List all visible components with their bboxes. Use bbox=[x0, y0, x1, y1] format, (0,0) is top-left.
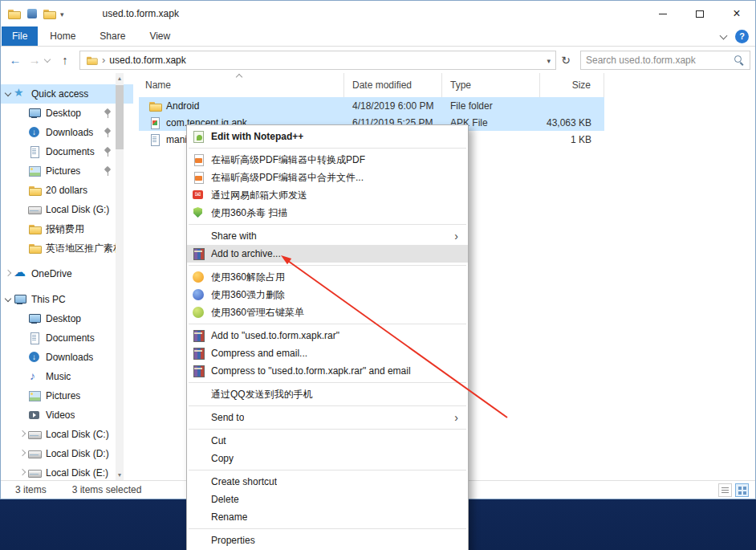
minimize-button[interactable] bbox=[644, 1, 681, 26]
menu-item-create-shortcut[interactable]: Create shortcut bbox=[187, 473, 468, 491]
winrar-icon bbox=[192, 329, 205, 342]
sidebar-item-pictures[interactable]: Pictures bbox=[1, 161, 133, 181]
qat-new-folder-icon[interactable] bbox=[43, 7, 55, 20]
title-bar[interactable]: used.to.form.xapk bbox=[1, 1, 755, 26]
menu-item-360-force-delete[interactable]: 使用360强力删除 bbox=[187, 286, 468, 304]
menu-item-compress-to-rar-and-email[interactable]: Compress to "used.to.form.xapk.rar" and … bbox=[187, 362, 468, 380]
menu-item-label: Cut bbox=[211, 435, 226, 446]
history-dropdown-icon[interactable] bbox=[44, 57, 51, 63]
expand-ribbon-chevron-icon[interactable] bbox=[720, 33, 727, 40]
qat-properties-icon[interactable] bbox=[26, 8, 38, 19]
column-header-date-modified[interactable]: Date modified bbox=[344, 73, 442, 97]
chevron-down-icon[interactable] bbox=[4, 90, 12, 98]
menu-item-copy[interactable]: Copy bbox=[187, 450, 468, 467]
sidebar-item-label: Downloads bbox=[46, 352, 93, 363]
sidebar-item-local-disk-c[interactable]: Local Disk (C:) bbox=[1, 425, 133, 444]
blank-icon bbox=[192, 475, 205, 488]
sidebar-item-this-pc[interactable]: This PC bbox=[1, 290, 133, 309]
chevron-right-icon[interactable] bbox=[18, 430, 26, 438]
sidebar-item-pc-documents[interactable]: Documents bbox=[1, 328, 133, 348]
back-button[interactable] bbox=[6, 51, 25, 70]
sidebar-item-documents[interactable]: Documents bbox=[1, 142, 133, 161]
sidebar-item-baoxiao-feiyong[interactable]: 报销费用 bbox=[1, 219, 133, 238]
menu-item-send-via-netease-mail[interactable]: 通过网易邮箱大师发送 bbox=[187, 186, 468, 204]
scroll-down-icon[interactable] bbox=[116, 470, 124, 480]
breadcrumb-chevron-icon[interactable] bbox=[102, 54, 105, 66]
ribbon-tabs: File Home Share View ? bbox=[1, 26, 755, 47]
chevron-right-icon[interactable] bbox=[18, 469, 26, 477]
sidebar-item-videos[interactable]: Videos bbox=[1, 405, 133, 425]
sidebar-item-onedrive[interactable]: OneDrive bbox=[1, 264, 133, 283]
sidebar-item-pc-downloads[interactable]: Downloads bbox=[1, 348, 133, 367]
sidebar-item-desktop[interactable]: Desktop bbox=[1, 104, 133, 123]
search-box[interactable] bbox=[580, 51, 750, 70]
sidebar-item-local-disk-d[interactable]: Local Disk (D:) bbox=[1, 444, 133, 463]
maximize-button[interactable] bbox=[681, 1, 718, 26]
blank-icon bbox=[192, 411, 205, 424]
scroll-up-icon[interactable] bbox=[116, 73, 124, 84]
close-button[interactable] bbox=[718, 1, 755, 26]
menu-item-merge-pdf-files[interactable]: 在福昕高级PDF编辑器中合并文件... bbox=[187, 169, 468, 186]
menu-item-compress-and-email[interactable]: Compress and email... bbox=[187, 344, 468, 362]
menu-item-cut[interactable]: Cut bbox=[187, 432, 468, 450]
foxit-pdf-icon bbox=[192, 171, 205, 184]
address-dropdown-icon[interactable] bbox=[547, 55, 551, 66]
menu-separator bbox=[189, 470, 466, 471]
scrollbar-thumb[interactable] bbox=[116, 85, 124, 149]
menu-separator bbox=[189, 405, 466, 406]
sidebar-item-yingyu-diqu[interactable]: 英语地区推广素材 bbox=[1, 238, 133, 258]
sidebar-item-label: Music bbox=[46, 371, 71, 382]
tab-view[interactable]: View bbox=[137, 26, 182, 46]
folder-icon bbox=[148, 100, 161, 112]
sidebar-item-downloads[interactable]: Downloads bbox=[1, 123, 133, 142]
sidebar-item-quick-access[interactable]: Quick access bbox=[1, 84, 133, 104]
menu-item-scan-with-360[interactable]: 使用360杀毒 扫描 bbox=[187, 204, 468, 222]
file-row-android[interactable]: Android 4/18/2019 6:00 PM File folder bbox=[139, 97, 604, 114]
help-icon[interactable]: ? bbox=[735, 30, 749, 43]
search-input[interactable] bbox=[586, 55, 733, 66]
view-thumbnails-button[interactable] bbox=[735, 483, 749, 497]
sidebar-item-label: Desktop bbox=[46, 108, 81, 119]
sidebar-item-local-disk-g[interactable]: Local Disk (G:) bbox=[1, 200, 133, 219]
chevron-right-icon[interactable] bbox=[18, 450, 26, 458]
sidebar-scrollbar[interactable] bbox=[116, 73, 124, 480]
winrar-icon bbox=[192, 247, 205, 260]
menu-item-rename[interactable]: Rename bbox=[187, 508, 468, 526]
qat-customize-caret-icon[interactable] bbox=[60, 8, 64, 19]
menu-item-convert-to-pdf[interactable]: 在福昕高级PDF编辑器中转换成PDF bbox=[187, 151, 468, 169]
tab-file[interactable]: File bbox=[2, 26, 38, 46]
menu-item-360-unlock[interactable]: 使用360解除占用 bbox=[187, 268, 468, 286]
blank-icon bbox=[192, 388, 205, 401]
chevron-right-icon[interactable] bbox=[4, 270, 12, 278]
address-bar[interactable]: used.to.form.xapk bbox=[79, 51, 556, 70]
menu-item-properties[interactable]: Properties bbox=[187, 532, 468, 549]
tab-home[interactable]: Home bbox=[38, 26, 87, 46]
breadcrumb[interactable]: used.to.form.xapk bbox=[109, 55, 185, 66]
menu-item-share-with[interactable]: Share with bbox=[187, 227, 468, 245]
desktop: used.to.form.xapk File Home Share View ? bbox=[0, 0, 756, 550]
sidebar-item-local-disk-e[interactable]: Local Disk (E:) bbox=[1, 463, 133, 480]
refresh-button[interactable] bbox=[556, 51, 575, 70]
menu-item-send-to[interactable]: Send to bbox=[187, 409, 468, 426]
chevron-down-icon[interactable] bbox=[4, 295, 12, 304]
sidebar-item-pc-pictures[interactable]: Pictures bbox=[1, 386, 133, 405]
column-header-type[interactable]: Type bbox=[442, 73, 540, 97]
tab-share[interactable]: Share bbox=[87, 26, 137, 46]
menu-item-add-to-rar[interactable]: Add to "used.to.form.xapk.rar" bbox=[187, 327, 468, 344]
menu-item-send-via-qq[interactable]: 通过QQ发送到我的手机 bbox=[187, 385, 468, 403]
column-header-size[interactable]: Size bbox=[540, 73, 604, 97]
menu-item-label: 通过QQ发送到我的手机 bbox=[211, 388, 313, 401]
menu-item-360-manage-context-menu[interactable]: 使用360管理右键菜单 bbox=[187, 304, 468, 321]
view-list-button[interactable] bbox=[718, 483, 732, 497]
menu-separator bbox=[189, 148, 466, 149]
menu-separator bbox=[189, 224, 466, 225]
sidebar-item-pc-desktop[interactable]: Desktop bbox=[1, 309, 133, 328]
menu-item-add-to-archive[interactable]: Add to archive... bbox=[187, 245, 468, 263]
disk-icon bbox=[28, 428, 41, 441]
forward-button[interactable] bbox=[25, 51, 44, 70]
sidebar-item-20-dollars[interactable]: 20 dollars bbox=[1, 181, 133, 200]
menu-item-edit-with-notepadpp[interactable]: Edit with Notepad++ bbox=[187, 128, 468, 145]
up-button[interactable] bbox=[55, 51, 75, 70]
sidebar-item-music[interactable]: Music bbox=[1, 367, 133, 386]
menu-item-delete[interactable]: Delete bbox=[187, 491, 468, 508]
